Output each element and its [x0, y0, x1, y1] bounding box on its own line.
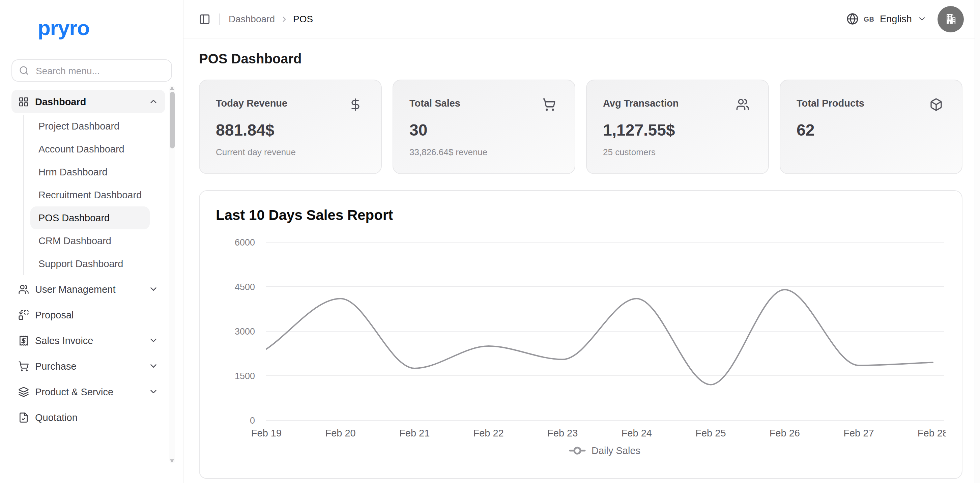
- sidebar-item-label: Dashboard: [35, 96, 142, 107]
- legend-daily-sales[interactable]: Daily Sales: [570, 445, 640, 456]
- sidebar-toggle-icon[interactable]: [199, 13, 210, 25]
- x-tick-label: Feb 28: [918, 428, 946, 438]
- sidebar-item-sales-invoice[interactable]: Sales Invoice: [11, 328, 165, 352]
- building-icon: [943, 11, 958, 26]
- legend-marker-icon: [574, 448, 581, 454]
- stat-card-header: Total Products: [797, 98, 943, 111]
- topbar-divider: [219, 13, 220, 25]
- chevron-down-icon: [148, 361, 159, 371]
- chevron-down-icon: [148, 335, 159, 345]
- y-tick-label: 3000: [235, 327, 255, 336]
- x-tick-label: Feb 25: [695, 428, 726, 438]
- globe-icon: [846, 13, 858, 25]
- x-tick-label: Feb 20: [325, 428, 355, 438]
- brand-logo[interactable]: pryro: [38, 18, 183, 38]
- x-tick-label: Feb 19: [251, 428, 282, 438]
- stat-card-title: Today Revenue: [216, 98, 287, 108]
- language-selector[interactable]: GB English: [846, 13, 927, 25]
- sidebar-subitem-label: CRM Dashboard: [38, 236, 111, 246]
- y-tick-label: 4500: [235, 282, 255, 292]
- sidebar-item-label: Product & Service: [35, 386, 142, 397]
- page-scrollbar[interactable]: [975, 0, 980, 483]
- language-code: GB: [864, 15, 875, 22]
- sidebar-item-quotation[interactable]: Quotation: [11, 405, 165, 429]
- sidebar-item-label: Purchase: [35, 360, 142, 371]
- language-label: English: [880, 13, 912, 24]
- cart-icon: [18, 360, 29, 371]
- sidebar-subitem-account-dashboard[interactable]: Account Dashboard: [30, 138, 150, 161]
- sidebar-subitem-label: Recruitment Dashboard: [38, 190, 142, 200]
- x-tick-label: Feb 23: [547, 428, 578, 438]
- sidebar-item-label: User Management: [35, 284, 142, 295]
- x-tick-label: Feb 26: [770, 428, 800, 438]
- stat-cards: Today Revenue 881.84$ Current day revenu…: [199, 80, 963, 174]
- x-tick-label: Feb 22: [473, 428, 503, 438]
- x-tick-label: Feb 27: [843, 428, 874, 438]
- replace-icon: [18, 309, 29, 320]
- sidebar-scrollbar-thumb[interactable]: [170, 92, 175, 148]
- users-icon: [736, 98, 749, 111]
- breadcrumb-pos: POS: [293, 13, 313, 24]
- stat-card-subtitle: 25 customers: [603, 147, 749, 157]
- sidebar-item-purchase[interactable]: Purchase: [11, 354, 165, 378]
- search-box: [11, 59, 172, 81]
- breadcrumb: Dashboard POS: [229, 13, 313, 24]
- avatar[interactable]: [937, 6, 964, 32]
- sidebar-item-user-management[interactable]: User Management: [11, 277, 165, 301]
- chevron-down-icon: [148, 284, 159, 294]
- cart-icon: [542, 98, 556, 111]
- sales-chart: 01500300045006000Feb 19Feb 20Feb 21Feb 2…: [216, 226, 946, 466]
- main-area: Dashboard POS GB English: [183, 0, 980, 483]
- sidebar-subitem-support-dashboard[interactable]: Support Dashboard: [30, 252, 150, 275]
- sidebar-subitem-project-dashboard[interactable]: Project Dashboard: [30, 115, 150, 138]
- scroll-down-arrow[interactable]: [170, 459, 174, 463]
- stat-card-subtitle: [797, 147, 943, 157]
- stat-card-value: 30: [409, 121, 556, 140]
- sidebar-menu: DashboardProject DashboardAccount Dashbo…: [11, 88, 165, 429]
- package-icon: [929, 98, 943, 111]
- breadcrumb-dashboard[interactable]: Dashboard: [229, 13, 275, 24]
- app-root: pryro DashboardProject DashboardAccount …: [0, 0, 980, 483]
- sidebar-item-proposal[interactable]: Proposal: [11, 303, 165, 327]
- sidebar-subitem-label: Account Dashboard: [38, 144, 124, 155]
- scroll-up-arrow[interactable]: [170, 86, 174, 90]
- chevron-right-icon: [280, 14, 288, 23]
- stat-card-value: 1,127.55$: [603, 121, 749, 140]
- chart-title: Last 10 Days Sales Report: [216, 207, 946, 223]
- sidebar: pryro DashboardProject DashboardAccount …: [0, 0, 183, 483]
- stat-card-title: Avg Transaction: [603, 98, 679, 108]
- search-input[interactable]: [34, 64, 165, 77]
- stat-card-today-revenue: Today Revenue 881.84$ Current day revenu…: [199, 80, 382, 174]
- chevron-down-icon: [917, 14, 927, 24]
- stat-card-total-sales: Total Sales 30 33,826.64$ revenue: [393, 80, 575, 174]
- users-icon: [18, 284, 29, 295]
- chevron-up-icon: [148, 96, 159, 107]
- stat-card-header: Avg Transaction: [603, 98, 749, 111]
- sidebar-subitem-recruitment-dashboard[interactable]: Recruitment Dashboard: [30, 183, 150, 206]
- sidebar-submenu: Project DashboardAccount DashboardHrm Da…: [23, 115, 165, 275]
- stat-card-title: Total Products: [797, 98, 864, 108]
- sidebar-subitem-label: Support Dashboard: [38, 258, 123, 269]
- stat-card-title: Total Sales: [409, 98, 460, 108]
- legend-label: Daily Sales: [592, 445, 640, 456]
- sidebar-item-label: Sales Invoice: [35, 335, 142, 346]
- page-title: POS Dashboard: [199, 51, 963, 67]
- layers-icon: [18, 386, 29, 397]
- sidebar-subitem-label: Hrm Dashboard: [38, 167, 108, 177]
- sidebar-item-label: Quotation: [35, 412, 159, 422]
- sidebar-item-label: Proposal: [35, 309, 159, 320]
- sidebar-item-dashboard[interactable]: Dashboard: [11, 90, 165, 113]
- sidebar-subitem-hrm-dashboard[interactable]: Hrm Dashboard: [30, 161, 150, 183]
- file-check-icon: [18, 412, 29, 422]
- x-tick-label: Feb 21: [399, 428, 430, 438]
- dollar-icon: [349, 98, 362, 111]
- search-icon: [19, 65, 29, 76]
- sidebar-scrollbar[interactable]: [169, 86, 175, 464]
- sidebar-subitem-pos-dashboard[interactable]: POS Dashboard: [30, 206, 150, 230]
- sidebar-item-product-service[interactable]: Product & Service: [11, 380, 165, 403]
- content: POS Dashboard Today Revenue 881.84$ Curr…: [183, 51, 980, 479]
- topbar: Dashboard POS GB English: [183, 0, 980, 38]
- sidebar-subitem-crm-dashboard[interactable]: CRM Dashboard: [30, 230, 150, 252]
- stat-card-total-products: Total Products 62: [780, 80, 963, 174]
- stat-card-value: 62: [797, 121, 943, 140]
